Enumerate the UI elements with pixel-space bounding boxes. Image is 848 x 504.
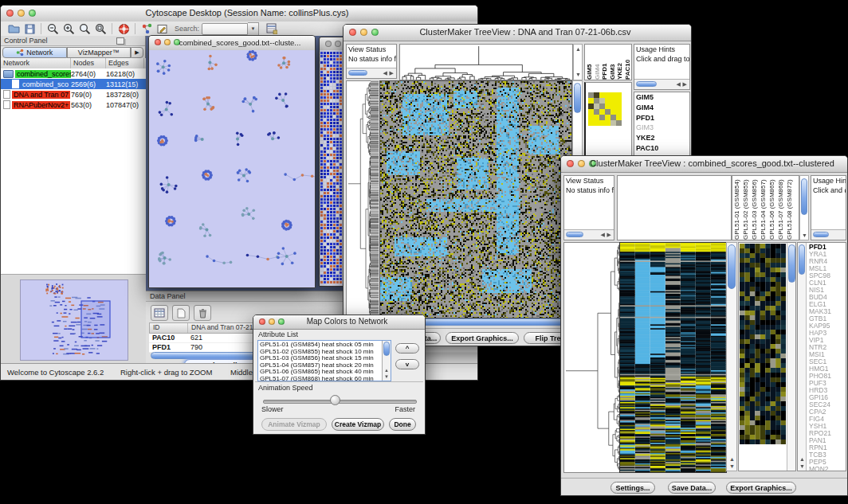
tv1-column-dendrogram[interactable]	[399, 44, 573, 80]
tv1-mini-heatmap[interactable]	[588, 92, 622, 126]
close-button[interactable]	[567, 160, 574, 167]
close-button[interactable]	[349, 29, 356, 36]
tv2-column-label[interactable]: GPL51-03 (GSM856)	[751, 178, 760, 240]
scroll-up-icon[interactable]: ▲	[384, 367, 389, 373]
tv2-column-label[interactable]: GPL51-06 (GSM865)	[768, 178, 777, 240]
birdseye-canvas[interactable]	[20, 279, 128, 361]
minimize-button[interactable]	[360, 29, 367, 36]
col-network[interactable]: Network	[1, 58, 71, 68]
tv1-column-label[interactable]: PFD1	[601, 46, 609, 80]
col-nodes[interactable]: Nodes	[71, 58, 106, 68]
minimize-button[interactable]	[18, 10, 25, 17]
scroll-up-icon[interactable]: ▲	[575, 46, 581, 53]
tv1-column-label[interactable]: GIM3	[609, 46, 617, 80]
node-editor-icon[interactable]	[139, 22, 155, 35]
tv2-row-dendrogram[interactable]	[563, 242, 621, 473]
close-button[interactable]	[259, 318, 265, 325]
tv2-zoom-heatmap[interactable]	[740, 244, 786, 444]
tv1-gene-item[interactable]: GIM5	[634, 92, 689, 103]
tv1-gene-item[interactable]: YKE2	[634, 133, 689, 143]
tv1-gene-item[interactable]: PFD1	[634, 113, 689, 123]
tv1-status-scroll-thumb[interactable]	[348, 70, 367, 76]
zoom-in-icon[interactable]	[61, 22, 77, 35]
scroll-right-icon[interactable]: ▶	[683, 81, 687, 88]
close-button[interactable]	[6, 10, 14, 17]
scroll-down-icon[interactable]: ▼	[384, 373, 389, 380]
tv1-column-label[interactable]: GIM5	[586, 46, 594, 80]
search-dropdown-button[interactable]: ▼	[248, 22, 259, 36]
zoom-fit-icon[interactable]	[77, 22, 92, 35]
minimize-button[interactable]	[269, 318, 275, 325]
tv2-labels-scroll-thumb[interactable]	[801, 178, 807, 215]
tab-network[interactable]: Network	[2, 47, 67, 58]
tv1-column-label[interactable]: GIM4	[594, 46, 602, 80]
tv2-column-dendrogram-area[interactable]	[617, 175, 732, 240]
close-button[interactable]	[155, 39, 161, 45]
tv2-save-data-button[interactable]: Save Data...	[668, 482, 716, 494]
tv1-vscroll-thumb[interactable]	[574, 83, 581, 113]
scroll-left-icon[interactable]: ◀	[601, 232, 605, 238]
move-up-button[interactable]: ^	[395, 343, 419, 354]
tv1-gene-item[interactable]: GIM4	[634, 103, 689, 113]
network-graph-canvas[interactable]	[149, 50, 315, 287]
tabs-overflow-button[interactable]: ▶	[131, 47, 143, 58]
minimize-button[interactable]	[578, 160, 585, 167]
scroll-left-icon[interactable]: ◀	[383, 70, 387, 76]
scroll-right-icon[interactable]: ▶	[607, 232, 611, 238]
treeview1-titlebar[interactable]: ClusterMaker TreeView : DNA and Tran 07-…	[344, 25, 691, 41]
close-button[interactable]	[325, 41, 332, 47]
tv1-gene-item[interactable]: GIM3	[634, 123, 689, 133]
attribute-scroll-thumb[interactable]	[383, 342, 390, 356]
open-file-icon[interactable]	[6, 22, 22, 35]
tv1-heatmap-canvas[interactable]	[379, 80, 572, 318]
tv2-column-label[interactable]: GPL51-07 (GSM868)	[777, 178, 786, 240]
scroll-down-icon[interactable]: ▼	[729, 463, 735, 470]
attribute-item[interactable]: GPL51-07 (GSM868) heat shock 60 min	[258, 376, 381, 381]
delete-attribute-icon[interactable]	[194, 305, 211, 321]
done-button[interactable]: Done	[389, 418, 416, 431]
tv1-column-label[interactable]: YKE2	[616, 46, 624, 80]
dialog-titlebar[interactable]: Map Colors to Network	[253, 315, 425, 330]
tab-vizmapper[interactable]: VizMapper™	[67, 47, 132, 58]
tv2-heatmap-canvas[interactable]	[619, 242, 727, 473]
zoom-selected-icon[interactable]	[92, 22, 108, 35]
tv2-gene-item[interactable]: MON2	[807, 466, 846, 471]
tv2-heat-scroll-thumb[interactable]	[728, 244, 736, 289]
create-vizmap-button[interactable]: Create Vizmap	[332, 418, 384, 431]
search-input[interactable]	[202, 23, 248, 35]
tv1-column-label[interactable]: PAC10	[624, 46, 632, 80]
tv2-column-label[interactable]: GPL51-04 (GSM857)	[760, 178, 768, 240]
scroll-down-icon[interactable]: ▼	[802, 232, 807, 239]
scroll-up-icon[interactable]: ▲	[729, 456, 735, 463]
tv2-column-label[interactable]: GPL51-01 (GSM854)	[733, 178, 742, 240]
tv2-status-scroll-thumb[interactable]	[566, 232, 583, 237]
treeview2-titlebar[interactable]: ClusterMaker TreeView : combined_scores_…	[561, 156, 847, 173]
tv1-export-graphics-button[interactable]: Export Graphics...	[446, 332, 519, 344]
move-down-button[interactable]: v	[395, 359, 419, 369]
attribute-select-icon[interactable]	[151, 305, 168, 321]
network-row[interactable]: DNA and Tran 07 769(0) 183728(0)	[1, 89, 146, 100]
help-lifesaver-icon[interactable]	[116, 22, 132, 35]
report-table-icon[interactable]	[264, 22, 280, 35]
scroll-up-icon[interactable]: ▲	[799, 456, 805, 463]
network-row[interactable]: combined_sco 2569(6) 13112(15)	[1, 79, 146, 89]
save-icon[interactable]	[22, 22, 37, 35]
tv2-zoom-scroll-thumb[interactable]	[788, 244, 795, 283]
zoom-out-icon[interactable]	[45, 22, 61, 35]
minimize-button[interactable]	[164, 39, 171, 45]
annotation-icon[interactable]	[155, 22, 171, 35]
tv2-export-graphics-button[interactable]: Export Graphics...	[726, 482, 796, 494]
animation-speed-thumb[interactable]	[330, 395, 340, 405]
tv1-gene-item[interactable]: PAC10	[634, 143, 689, 154]
tv1-row-dendrogram[interactable]	[346, 80, 371, 318]
tv2-settings-button[interactable]: Settings...	[610, 482, 655, 494]
animate-vizmap-button[interactable]: Animate Vizmap	[261, 418, 327, 431]
tv2-column-label[interactable]: GPL51-08 (GSM872)	[786, 178, 795, 240]
new-attribute-icon[interactable]	[172, 305, 190, 321]
tv2-column-label[interactable]: GPL51-02 (GSM855)	[742, 178, 751, 240]
scroll-right-icon[interactable]: ▶	[390, 70, 394, 76]
scroll-left-icon[interactable]: ◀	[677, 81, 681, 88]
network-row[interactable]: combined_scores 2764(0) 16218(0)	[1, 68, 146, 79]
main-titlebar[interactable]: Cytoscape Desktop (Session Name: collins…	[1, 6, 477, 22]
tv2-gene-scroll-thumb[interactable]	[799, 244, 805, 275]
